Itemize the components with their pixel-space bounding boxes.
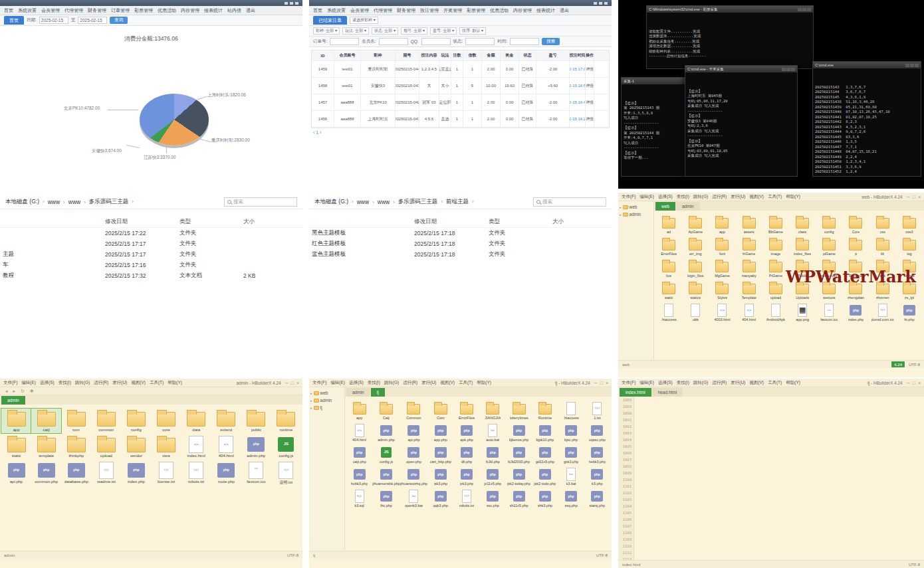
file-item[interactable]: template	[31, 434, 61, 459]
file-item[interactable]: upload	[762, 280, 789, 301]
column-header[interactable]: 投注时间	[570, 50, 586, 60]
file-item[interactable]: app	[709, 215, 735, 235]
file-item[interactable]: gd11x5.php	[532, 444, 558, 465]
menu-item[interactable]: 彩票管理	[467, 7, 485, 14]
file-item[interactable]: ad	[655, 215, 682, 235]
minimize-icon[interactable]	[798, 8, 802, 11]
editor-tab[interactable]: head.html	[652, 388, 683, 397]
menu-item[interactable]: 首页	[4, 7, 13, 14]
file-item[interactable]: 1.txt	[584, 401, 610, 421]
file-item[interactable]: Runtime	[532, 401, 558, 421]
file-item[interactable]: extend	[211, 409, 241, 433]
breadcrumb-item[interactable]: 前端主题	[446, 198, 477, 206]
close-icon[interactable]	[791, 68, 795, 71]
file-item[interactable]: ssq.php	[558, 488, 584, 509]
column-header[interactable]: 金额	[482, 50, 501, 60]
search-input[interactable]: 搜索	[533, 197, 606, 207]
terminal-window[interactable]: C:\cmd.exe - 开奖采集 【提示】上海时时乐 第045期号码:05,0…	[685, 65, 798, 177]
file-item[interactable]: ubb	[682, 302, 709, 323]
file-item[interactable]: 4003.html	[709, 302, 735, 323]
file-item[interactable]: config.js	[271, 434, 301, 459]
file-item[interactable]: zs_tpl	[896, 280, 923, 301]
menu-item[interactable]: 运行(R)	[712, 194, 727, 200]
menu-item[interactable]: 文件(F)	[312, 380, 326, 386]
close-icon[interactable]: ×	[606, 381, 608, 385]
menu-item[interactable]: 编辑(E)	[330, 380, 345, 386]
table-row[interactable]: 1459test01重庆时时彩20250215-0441,2,3,4,5五星直选…	[312, 61, 609, 78]
file-item[interactable]: database.php	[61, 460, 91, 487]
file-item[interactable]: BbGame	[762, 215, 789, 235]
menu-item[interactable]: 编辑(E)	[639, 194, 654, 200]
file-item[interactable]: sbk	[869, 258, 896, 279]
menu-item[interactable]: 优惠活动	[490, 7, 509, 14]
file-item[interactable]: weituos	[816, 280, 842, 301]
column-header[interactable]: 注数	[451, 50, 463, 60]
tree-item[interactable]: web	[310, 389, 343, 397]
menu-item[interactable]: 运行(R)	[94, 380, 108, 386]
breadcrumb-item[interactable]: 多乐源码三主题	[398, 198, 446, 206]
file-row[interactable]: 车 2025/2/15 17:16 文件夹	[0, 260, 302, 270]
lottery-select[interactable]: 请选择彩种 ▾	[350, 17, 378, 24]
menu-item[interactable]: 运行(R)	[403, 380, 417, 386]
menu-item[interactable]: 选择(S)	[40, 380, 55, 386]
menu-item[interactable]: 退出	[246, 7, 255, 14]
file-item[interactable]: AndroidApk	[762, 302, 789, 323]
menu-item[interactable]: 文件(F)	[3, 380, 17, 386]
file-item[interactable]: Common	[400, 401, 427, 421]
file-item[interactable]: jdGame	[816, 237, 842, 257]
minimize-icon[interactable]: ─	[907, 381, 910, 385]
date-to-input[interactable]: 2025-02-15	[78, 17, 107, 24]
file-item[interactable]: app	[1, 409, 31, 433]
breadcrumb-item[interactable]: www	[48, 199, 68, 205]
file-item[interactable]: manyaby	[736, 258, 762, 279]
minimize-icon[interactable]	[782, 68, 786, 71]
breadcrumb-item[interactable]: www	[68, 199, 89, 205]
terminal-window[interactable]: C:\Windows\system32\cmd.exe - 彩票采集 读取配置文…	[646, 5, 814, 69]
file-item[interactable]: vendor	[121, 434, 151, 459]
file-item[interactable]: bjpk10.php	[532, 423, 558, 443]
file-item[interactable]: hubk3.php	[346, 466, 372, 487]
file-item[interactable]: image	[762, 237, 789, 257]
file-item[interactable]: robots.txt	[453, 488, 479, 509]
minimize-icon[interactable]	[905, 64, 909, 67]
menu-item[interactable]: 查找(I)	[677, 380, 689, 386]
file-item[interactable]: jxk3.php	[453, 466, 479, 487]
breadcrumb-item[interactable]: 本地磁盘 (G:)	[314, 198, 357, 206]
file-item[interactable]: ApGame	[682, 215, 709, 235]
search-button[interactable]: 搜索	[542, 38, 560, 45]
menu-item[interactable]: 发行(U)	[112, 380, 127, 386]
file-item[interactable]: config	[816, 215, 842, 235]
breadcrumb-item[interactable]: 本地磁盘 (G:)	[5, 198, 48, 206]
menu-item[interactable]: 报表统计	[204, 7, 223, 14]
maximize-icon[interactable]: □	[913, 195, 915, 199]
home-tab[interactable]: 首页	[4, 16, 24, 25]
minimize-icon[interactable]: ─	[285, 381, 289, 385]
menu-item[interactable]: 开奖管理	[443, 7, 462, 14]
menu-item[interactable]: 彩票管理	[134, 7, 153, 14]
file-item[interactable]: simple	[896, 258, 923, 279]
menu-item[interactable]: 投注管理	[420, 7, 439, 14]
menu-item[interactable]: 帮助(Y)	[168, 380, 182, 386]
file-item[interactable]: api.php	[1, 460, 31, 487]
menu-item[interactable]: 跳转(G)	[384, 380, 399, 386]
file-item[interactable]: err_img	[682, 237, 709, 257]
maximize-icon[interactable]: □	[291, 381, 294, 385]
menu-item[interactable]: 运行(R)	[712, 380, 727, 386]
column-size[interactable]: 大小	[552, 218, 599, 226]
menu-item[interactable]: 站内信	[227, 7, 241, 14]
file-item[interactable]: apk.php	[453, 423, 479, 443]
file-item[interactable]: class	[789, 215, 816, 235]
menu-item[interactable]: 视图(V)	[131, 380, 146, 386]
close-icon[interactable]	[295, 2, 298, 5]
menu-item[interactable]: 退出	[560, 7, 569, 14]
file-item[interactable]: jihuansuizhq.php	[400, 466, 427, 487]
file-item[interactable]: k3.sql	[346, 488, 372, 509]
file-item[interactable]: .htaccess	[558, 401, 584, 421]
menu-item[interactable]: 帮助(Y)	[786, 380, 800, 386]
file-item[interactable]: static	[655, 280, 682, 301]
file-item[interactable]: cqssc.php	[584, 423, 610, 443]
menu-item[interactable]: 选择(S)	[658, 380, 673, 386]
file-item[interactable]: bjsc.php	[558, 423, 584, 443]
file-item[interactable]: MgGame	[709, 258, 735, 279]
minimize-icon[interactable]	[285, 2, 288, 5]
